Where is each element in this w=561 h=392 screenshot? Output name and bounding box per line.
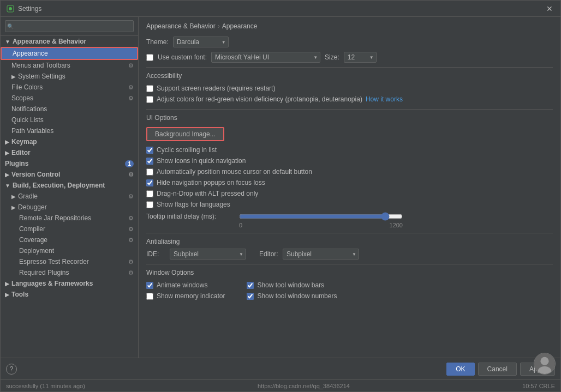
hide-nav-popups-checkbox[interactable] (146, 179, 153, 186)
ok-button[interactable]: OK (446, 363, 474, 376)
auto-position-row: Automatically position mouse cursor on d… (146, 166, 553, 177)
close-button[interactable]: ✕ (544, 3, 555, 14)
ui-options-title: UI Options (146, 114, 553, 122)
search-input[interactable] (5, 20, 134, 32)
sidebar-item-gradle[interactable]: ▶ Gradle ⚙ (1, 191, 138, 202)
sidebar-item-languages-frameworks[interactable]: ▶ Languages & Frameworks (1, 278, 138, 289)
config-icon: ⚙ (128, 193, 134, 200)
slider-values: 0 1200 (239, 222, 403, 228)
sidebar-item-editor[interactable]: ▶ Editor (1, 147, 138, 158)
status-url: https://blog.csdn.net/qq_38436214 (258, 383, 350, 389)
sidebar-item-notifications[interactable]: Notifications (1, 104, 138, 114)
animate-windows-checkbox[interactable] (146, 282, 153, 289)
cyclic-scrolling-checkbox[interactable] (146, 147, 153, 154)
expand-arrow: ▶ (5, 139, 9, 145)
sidebar-item-path-variables[interactable]: Path Variables (1, 125, 138, 136)
sidebar-label: Appearance & Behavior (13, 38, 86, 45)
sidebar-item-keymap[interactable]: ▶ Keymap (1, 136, 138, 147)
sidebar-item-espresso[interactable]: Espresso Test Recorder ⚙ (1, 256, 138, 267)
sidebar-item-deployment[interactable]: Deployment (1, 245, 138, 256)
tooltip-delay-row: Tooltip initial delay (ms): (146, 212, 553, 221)
font-select[interactable]: Microsoft YaHei UI (211, 52, 320, 63)
status-left: successfully (11 minutes ago) (6, 383, 85, 389)
config-icon: ⚙ (128, 95, 134, 102)
show-icons-nav-label[interactable]: Show icons in quick navigation (157, 157, 246, 165)
show-flags-label[interactable]: Show flags for languages (157, 201, 230, 208)
auto-position-checkbox[interactable] (146, 168, 153, 176)
config-icon: ⚙ (128, 215, 134, 222)
search-box (1, 17, 138, 36)
sidebar-item-appearance[interactable]: Appearance (1, 47, 138, 60)
sidebar-item-appearance-behavior[interactable]: ▼ Appearance & Behavior (1, 36, 138, 47)
how-it-works-link[interactable]: How it works (366, 95, 403, 103)
theme-select[interactable]: Darcula IntelliJ High Contrast (173, 37, 229, 47)
show-flags-checkbox[interactable] (146, 201, 153, 208)
adjust-colors-checkbox[interactable] (146, 96, 153, 103)
svg-point-0 (9, 7, 12, 10)
config-icon: ⚙ (128, 237, 134, 244)
size-label: Size: (325, 53, 339, 61)
size-select[interactable]: 12 11 13 14 (344, 52, 377, 63)
show-tool-numbers-checkbox[interactable] (247, 293, 254, 300)
cancel-button[interactable]: Cancel (478, 363, 517, 376)
sidebar-item-plugins[interactable]: Plugins 1 (1, 158, 138, 169)
sidebar-label: Remote Jar Repositories (19, 214, 91, 222)
sidebar-item-system-settings[interactable]: ▶ System Settings (1, 71, 138, 82)
show-tool-bars-label[interactable]: Show tool window bars (257, 281, 324, 289)
config-icon: ⚙ (128, 258, 134, 266)
background-image-button[interactable]: Background Image... (146, 127, 224, 141)
sidebar-item-remote-jar[interactable]: Remote Jar Repositories ⚙ (1, 213, 138, 224)
sidebar-label: Path Variables (11, 127, 53, 135)
auto-position-label[interactable]: Automatically position mouse cursor on d… (157, 168, 312, 176)
sidebar-item-debugger[interactable]: ▶ Debugger (1, 202, 138, 213)
antialiasing-ide-row: IDE: Subpixel Greyscale None Editor: Sub… (146, 249, 553, 260)
drag-n-drop-checkbox[interactable] (146, 190, 153, 197)
show-tool-numbers-row: Show tool window numbers (247, 291, 337, 301)
show-memory-checkbox[interactable] (146, 293, 153, 300)
ide-antialiasing-select[interactable]: Subpixel Greyscale None (170, 249, 246, 260)
show-memory-label[interactable]: Show memory indicator (157, 292, 225, 300)
tooltip-delay-slider[interactable] (239, 212, 403, 221)
sidebar-item-menus-toolbars[interactable]: Menus and Toolbars ⚙ (1, 60, 138, 71)
support-readers-checkbox[interactable] (146, 85, 153, 92)
sidebar-item-compiler[interactable]: Compiler ⚙ (1, 224, 138, 234)
sidebar-item-version-control[interactable]: ▶ Version Control ⚙ (1, 169, 138, 180)
bottom-bar: ? OK Cancel Apply (1, 358, 560, 379)
sidebar-item-scopes[interactable]: Scopes ⚙ (1, 93, 138, 104)
show-icons-nav-row: Show icons in quick navigation (146, 155, 553, 166)
show-tool-numbers-label[interactable]: Show tool window numbers (257, 292, 337, 300)
expand-arrow: ▶ (5, 172, 9, 178)
expand-arrow: ▶ (11, 194, 16, 200)
sidebar-item-quick-lists[interactable]: Quick Lists (1, 114, 138, 125)
adjust-colors-label[interactable]: Adjust colors for red-green vision defic… (157, 95, 362, 103)
hide-nav-popups-label[interactable]: Hide navigation popups on focus loss (157, 179, 265, 186)
breadcrumb-part2: Appearance (222, 22, 258, 30)
sidebar-label: Editor (11, 149, 31, 156)
help-button[interactable]: ? (6, 364, 17, 375)
animate-windows-row: Animate windows (146, 280, 225, 291)
show-icons-nav-checkbox[interactable] (146, 158, 153, 165)
animate-windows-label[interactable]: Animate windows (157, 281, 207, 289)
support-readers-label[interactable]: Support screen readers (requires restart… (157, 85, 275, 92)
use-custom-font-label[interactable]: Use custom font: (158, 53, 207, 61)
drag-n-drop-label[interactable]: Drag-n-Drop with ALT pressed only (157, 190, 258, 197)
theme-row: Theme: Darcula IntelliJ High Contrast (146, 37, 553, 47)
use-custom-font-checkbox[interactable] (146, 54, 153, 61)
show-tool-bars-checkbox[interactable] (247, 282, 254, 289)
sidebar-item-required-plugins[interactable]: Required Plugins ⚙ (1, 267, 138, 278)
sidebar-item-coverage[interactable]: Coverage ⚙ (1, 234, 138, 245)
sidebar-label: Required Plugins (19, 269, 69, 276)
sidebar-label: Notifications (11, 105, 47, 113)
ide-antialiasing-wrapper: Subpixel Greyscale None (170, 249, 246, 260)
sidebar-label: Gradle (18, 192, 38, 200)
slider-min: 0 (239, 222, 242, 228)
sidebar-item-tools[interactable]: ▶ Tools (1, 289, 138, 300)
sidebar-item-file-colors[interactable]: File Colors ⚙ (1, 82, 138, 93)
avatar[interactable] (534, 353, 556, 375)
support-readers-row: Support screen readers (requires restart… (146, 83, 553, 94)
theme-label: Theme: (146, 38, 169, 46)
sidebar-item-build-execution[interactable]: ▼ Build, Execution, Deployment (1, 180, 138, 191)
editor-antialiasing-select[interactable]: Subpixel Greyscale None (283, 249, 359, 260)
sidebar-label: Build, Execution, Deployment (13, 182, 105, 189)
cyclic-scrolling-label[interactable]: Cyclic scrolling in list (157, 146, 217, 154)
